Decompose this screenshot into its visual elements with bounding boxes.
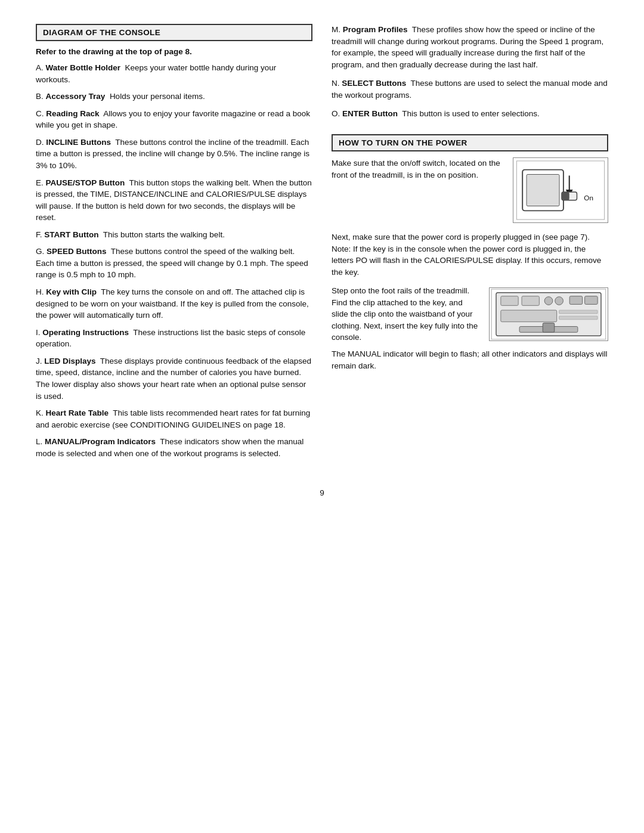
item-f-label: F. [36, 230, 42, 239]
item-i-label: I. [36, 328, 41, 337]
item-d-label: D. [36, 138, 44, 147]
item-e-label: E. [36, 178, 44, 187]
item-j-label: J. [36, 357, 42, 366]
svg-point-11 [544, 297, 553, 305]
item-k-title: Heart Rate Table [46, 408, 109, 417]
item-c-label: C. [36, 109, 44, 118]
how-to-power-header: HOW TO TURN ON THE POWER [332, 134, 608, 151]
item-h-title: Key with Clip [46, 287, 97, 296]
how-to-power-section: HOW TO TURN ON THE POWER Make sure that … [332, 134, 608, 371]
power-onoff-diagram: On [513, 157, 608, 223]
refer-line: Refer to the drawing at the top of page … [36, 47, 312, 56]
item-f-title: START Button [44, 230, 98, 239]
item-k-label: K. [36, 408, 44, 417]
item-l-label: L. [36, 437, 42, 446]
item-n-label: N. [332, 79, 340, 88]
item-o-title: ENTER Button [342, 109, 398, 118]
svg-rect-2 [527, 174, 559, 206]
item-o-text: This button is used to enter selections. [402, 109, 539, 118]
item-i-title: Operating Instructions [42, 328, 129, 337]
item-d: D. INCLINE Buttons These buttons control… [36, 137, 312, 172]
item-b-title: Accessory Tray [46, 92, 106, 101]
item-d-title: INCLINE Buttons [46, 138, 111, 147]
final-text: The MANUAL indicator will begin to flash… [332, 348, 608, 371]
power-text-2: Next, make sure that the power cord is p… [332, 231, 608, 278]
step-row: Step onto the foot rails of the treadmil… [332, 285, 608, 343]
item-m: M. Program Profiles These profiles show … [332, 24, 608, 70]
item-j: J. LED Displays These displays provide c… [36, 355, 312, 402]
item-g-label: G. [36, 247, 44, 256]
item-h: H. Key with Clip The key turns the conso… [36, 286, 312, 321]
item-a-label: A. [36, 63, 44, 72]
svg-rect-9 [501, 296, 518, 306]
svg-rect-10 [522, 296, 539, 306]
item-a: A. Water Bottle Holder Keeps your water … [36, 62, 312, 85]
item-l: L. MANUAL/Program Indicators These indic… [36, 436, 312, 459]
console-diagram [489, 287, 608, 341]
item-m-label: M. [332, 25, 340, 34]
svg-point-12 [555, 297, 564, 305]
item-g-title: SPEED Buttons [47, 247, 107, 256]
svg-rect-15 [501, 310, 557, 322]
item-e: E. PAUSE/STOP Button This button stops t… [36, 177, 312, 224]
item-c-title: Reading Rack [46, 109, 99, 118]
svg-rect-5 [562, 192, 569, 200]
item-o: O. ENTER Button This button is used to e… [332, 108, 608, 120]
item-l-title: MANUAL/Program Indicators [45, 437, 156, 446]
power-body: Make sure that the on/off switch, locate… [332, 157, 608, 223]
item-h-label: H. [36, 287, 44, 296]
page-number: 9 [36, 488, 608, 497]
item-n-title: SELECT Buttons [342, 79, 406, 88]
left-column: DIAGRAM OF THE CONSOLE Refer to the draw… [36, 24, 312, 465]
item-a-title: Water Bottle Holder [46, 63, 121, 72]
item-b-label: B. [36, 92, 44, 101]
svg-rect-17 [559, 316, 598, 320]
item-c: C. Reading Rack Allows you to enjoy your… [36, 108, 312, 131]
item-n: N. SELECT Buttons These buttons are used… [332, 78, 608, 101]
diagram-section-header: DIAGRAM OF THE CONSOLE [36, 24, 312, 41]
svg-rect-16 [559, 310, 598, 314]
item-b: B. Accessory Tray Holds your personal it… [36, 91, 312, 103]
item-j-title: LED Displays [44, 357, 95, 366]
power-text-1: Make sure that the on/off switch, locate… [332, 157, 504, 181]
svg-rect-13 [569, 296, 583, 305]
item-g: G. SPEED Buttons These buttons control t… [36, 246, 312, 281]
item-o-label: O. [332, 109, 340, 118]
item-i: I. Operating Instructions These instruct… [36, 327, 312, 350]
item-m-title: Program Profiles [343, 25, 408, 34]
item-f: F. START Button This button starts the w… [36, 229, 312, 241]
step-text: Step onto the foot rails of the treadmil… [332, 285, 481, 343]
item-f-text: This button starts the walking belt. [103, 230, 225, 239]
item-k: K. Heart Rate Table This table lists rec… [36, 407, 312, 431]
item-b-text: Holds your personal items. [110, 92, 205, 101]
right-column: M. Program Profiles These profiles show … [332, 24, 608, 465]
svg-rect-19 [543, 323, 555, 333]
item-e-title: PAUSE/STOP Button [46, 178, 125, 187]
svg-rect-14 [585, 296, 598, 305]
svg-text:On: On [584, 194, 593, 202]
